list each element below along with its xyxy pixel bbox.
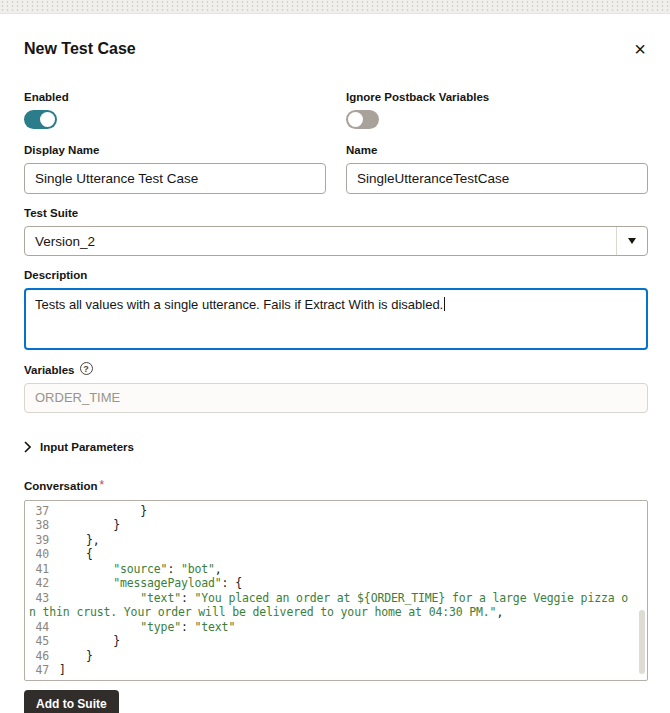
code-line: 37 } (25, 504, 645, 519)
display-name-input[interactable] (24, 163, 326, 194)
enabled-label: Enabled (24, 91, 326, 103)
test-suite-label: Test Suite (24, 207, 648, 219)
ignore-postback-toggle[interactable] (346, 110, 379, 129)
required-marker: * (100, 478, 105, 492)
line-number: 42 (25, 576, 59, 591)
line-number: 45 (25, 634, 59, 649)
dialog-header: New Test Case × (24, 14, 648, 58)
code-line-wrap: n thin crust. Your order will be deliver… (25, 605, 645, 620)
variables-label-text: Variables (24, 364, 75, 376)
enabled-toggle[interactable] (24, 110, 57, 129)
toggles-row: Enabled Ignore Postback Variables (24, 91, 648, 129)
name-field: Name (346, 144, 648, 194)
code-line: 41 "source": "bot", (25, 562, 645, 577)
line-number: 47 (25, 663, 59, 678)
help-icon[interactable]: ? (80, 362, 93, 375)
input-parameters-toggle[interactable]: Input Parameters (24, 441, 134, 453)
display-name-field: Display Name (24, 144, 326, 194)
code-line: 43 "text": "You placed an order at ${ORD… (25, 591, 645, 606)
line-number: 44 (25, 620, 59, 635)
code-line: 40 { (25, 547, 645, 562)
code-line: 44 "type": "text" (25, 620, 645, 635)
variables-input[interactable]: ORDER_TIME (24, 383, 648, 413)
description-field: Description Tests all values with a sing… (24, 269, 648, 350)
code-lines: 37 }38 }39 },40 {41 "source": "bot",42 "… (25, 504, 645, 678)
description-text: Tests all values with a single utterance… (35, 297, 443, 312)
line-number: 43 (25, 591, 59, 606)
code-line: 46 } (25, 649, 645, 664)
conversation-label: Conversation (24, 480, 98, 492)
variables-field: Variables? ORDER_TIME (24, 362, 648, 413)
conversation-code-editor[interactable]: 37 }38 }39 },40 {41 "source": "bot",42 "… (24, 500, 648, 681)
close-icon[interactable]: × (632, 40, 648, 58)
line-number: 39 (25, 533, 59, 548)
code-line: 38 } (25, 518, 645, 533)
text-cursor (444, 297, 445, 311)
description-textarea[interactable]: Tests all values with a single utterance… (24, 288, 648, 350)
code-line: 45 } (25, 634, 645, 649)
toggle-thumb (348, 112, 363, 127)
line-number: 38 (25, 518, 59, 533)
toggle-thumb (40, 112, 55, 127)
code-line: 42 "messagePayload": { (25, 576, 645, 591)
background-page-strip (0, 0, 670, 14)
variables-label: Variables? (24, 362, 648, 376)
new-test-case-dialog: New Test Case × Enabled Ignore Postback … (0, 14, 670, 713)
line-number: 37 (25, 504, 59, 519)
line-number: 40 (25, 547, 59, 562)
test-suite-select[interactable]: Version_2 (24, 226, 648, 256)
name-fields-row: Display Name Name (24, 144, 648, 194)
code-line: 39 }, (25, 533, 645, 548)
enabled-field: Enabled (24, 91, 326, 129)
name-label: Name (346, 144, 648, 156)
chevron-down-icon[interactable] (617, 227, 647, 255)
dialog-title: New Test Case (24, 40, 136, 58)
ignore-postback-field: Ignore Postback Variables (346, 91, 648, 129)
display-name-label: Display Name (24, 144, 326, 156)
editor-scrollbar[interactable] (639, 610, 645, 674)
test-suite-value: Version_2 (25, 234, 616, 249)
name-input[interactable] (346, 163, 648, 194)
code-line: 47] (25, 663, 645, 678)
add-to-suite-button[interactable]: Add to Suite (24, 690, 119, 713)
conversation-field: Conversation* 37 }38 }39 },40 {41 "sourc… (24, 476, 648, 681)
ignore-postback-label: Ignore Postback Variables (346, 91, 648, 103)
line-number: 46 (25, 649, 59, 664)
chevron-right-icon (24, 441, 31, 453)
line-number: 41 (25, 562, 59, 577)
dialog-footer: Add to Suite (24, 690, 648, 713)
input-parameters-label: Input Parameters (40, 441, 134, 453)
test-suite-field: Test Suite Version_2 (24, 207, 648, 256)
description-label: Description (24, 269, 648, 281)
variables-value: ORDER_TIME (35, 390, 120, 405)
